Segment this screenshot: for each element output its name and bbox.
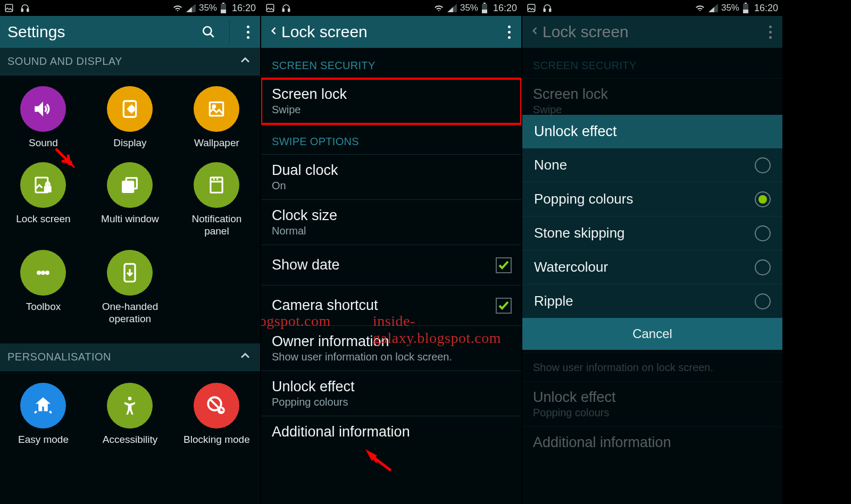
item-title: Additional information xyxy=(272,424,511,440)
wifi-icon xyxy=(433,4,444,12)
cell-notification-panel[interactable]: Notification panel xyxy=(173,162,260,238)
item-camera-shortcut[interactable]: Camera shortcut xyxy=(261,285,521,326)
svg-rect-36 xyxy=(743,10,748,13)
svg-rect-5 xyxy=(221,10,226,13)
radio-icon xyxy=(755,259,771,275)
cell-label: Lock screen xyxy=(16,213,70,225)
picture-icon xyxy=(4,3,14,13)
option-stone-skipping[interactable]: Stone skipping xyxy=(522,216,782,250)
settings-grid-2: Easy mode Accessibility Blocking mode xyxy=(0,371,260,464)
item-subtitle: Normal xyxy=(272,225,511,237)
back-button[interactable]: Lock screen xyxy=(269,23,368,41)
option-label: Ripple xyxy=(534,293,573,309)
radio-icon xyxy=(755,157,771,173)
cell-display[interactable]: Display xyxy=(87,86,173,149)
cell-label: Toolbox xyxy=(26,301,61,313)
search-icon[interactable] xyxy=(202,25,215,39)
battery-icon xyxy=(481,3,488,13)
svg-point-6 xyxy=(203,27,211,35)
item-subtitle: Swipe xyxy=(533,104,772,116)
svg-rect-0 xyxy=(5,4,13,12)
signal-icon xyxy=(447,4,457,12)
item-owner-info: Show user information on lock screen. xyxy=(522,352,782,382)
dialog-unlock-effect: Unlock effect None Popping colours Stone… xyxy=(522,115,782,350)
clock-time: 16:20 xyxy=(754,3,778,14)
wifi-icon xyxy=(695,4,705,12)
chevron-up-icon xyxy=(238,348,253,366)
option-popping-colours[interactable]: Popping colours xyxy=(522,182,782,216)
blockingmode-icon xyxy=(194,383,239,429)
cancel-button[interactable]: Cancel xyxy=(522,318,782,350)
divider xyxy=(229,20,230,44)
item-title: Camera shortcut xyxy=(272,297,511,314)
section-personalisation[interactable]: PERSONALISATION xyxy=(0,343,260,371)
headphones-icon xyxy=(281,3,291,13)
section-label: SOUND AND DISPLAY xyxy=(7,55,122,68)
item-additional-info[interactable]: Additional information xyxy=(261,416,521,444)
arrow-annotation-icon xyxy=(364,448,396,475)
svg-rect-2 xyxy=(27,9,29,12)
status-bar: 35% 16:20 xyxy=(0,0,260,16)
svg-marker-30 xyxy=(365,449,377,461)
item-owner-info[interactable]: Owner information Show user information … xyxy=(261,326,521,371)
option-label: Stone skipping xyxy=(534,225,625,241)
item-show-date[interactable]: Show date xyxy=(261,245,521,285)
item-title: Screen lock xyxy=(272,86,511,103)
item-subtitle: Popping colours xyxy=(533,407,772,419)
category-screen-security: SCREEN SECURITY xyxy=(522,48,782,79)
cell-wallpaper[interactable]: Wallpaper xyxy=(173,86,260,149)
cell-lockscreen[interactable]: Lock screen xyxy=(0,162,87,238)
battery-pct: 35% xyxy=(721,3,739,13)
cell-onehanded[interactable]: One-handed operation xyxy=(87,250,173,325)
battery-icon xyxy=(220,3,227,13)
option-ripple[interactable]: Ripple xyxy=(522,284,782,318)
overflow-menu-icon[interactable] xyxy=(244,26,253,39)
signal-icon xyxy=(708,4,718,12)
item-unlock-effect[interactable]: Unlock effect Popping colours xyxy=(261,371,521,416)
option-watercolour[interactable]: Watercolour xyxy=(522,250,782,284)
status-bar: 35% 16:20 xyxy=(261,0,521,16)
svg-rect-26 xyxy=(483,3,486,4)
easymode-icon xyxy=(20,383,66,429)
item-subtitle: Popping colours xyxy=(272,396,511,408)
cell-label: Notification panel xyxy=(179,213,254,238)
cell-label: Accessibility xyxy=(103,434,157,446)
category-swipe-options: SWIPE OPTIONS xyxy=(261,124,521,155)
item-subtitle: On xyxy=(272,180,511,192)
battery-pct: 35% xyxy=(460,3,478,13)
option-label: Watercolour xyxy=(534,259,608,275)
radio-icon xyxy=(755,225,771,241)
cell-label: Multi window xyxy=(101,213,159,225)
cell-label: Sound xyxy=(29,137,58,149)
svg-rect-12 xyxy=(44,186,52,192)
svg-rect-34 xyxy=(745,3,747,4)
svg-rect-1 xyxy=(21,9,23,12)
cell-accessibility[interactable]: Accessibility xyxy=(87,383,173,446)
item-title: Additional information xyxy=(533,434,772,451)
page-title: Lock screen xyxy=(543,23,629,41)
option-none[interactable]: None xyxy=(522,148,782,182)
cell-easymode[interactable]: Easy mode xyxy=(0,383,87,446)
cell-multiwindow[interactable]: Multi window xyxy=(87,162,173,238)
panel-lockscreen: 35% 16:20 Lock screen SCREEN SECURITY Sc… xyxy=(261,0,521,504)
chevron-up-icon xyxy=(238,53,253,70)
item-dual-clock[interactable]: Dual clock On xyxy=(261,155,521,200)
svg-rect-24 xyxy=(282,9,284,12)
item-title: Owner information xyxy=(272,333,511,350)
cell-sound[interactable]: Sound xyxy=(0,86,87,149)
svg-rect-3 xyxy=(222,3,224,4)
section-sound-display[interactable]: SOUND AND DISPLAY xyxy=(0,48,260,75)
status-bar: 35% 16:20 xyxy=(522,0,782,16)
overflow-menu-icon[interactable] xyxy=(505,26,514,39)
checkbox-checked-icon[interactable] xyxy=(496,298,512,314)
item-screen-lock[interactable]: Screen lock Swipe xyxy=(261,79,521,124)
svg-point-8 xyxy=(129,106,135,112)
cell-toolbox[interactable]: Toolbox xyxy=(0,250,87,325)
display-icon xyxy=(107,86,153,132)
cell-blockingmode[interactable]: Blocking mode xyxy=(173,383,260,446)
item-title: Unlock effect xyxy=(533,389,772,406)
item-clock-size[interactable]: Clock size Normal xyxy=(261,200,521,245)
cell-label: One-handed operation xyxy=(93,301,167,325)
checkbox-checked-icon[interactable] xyxy=(496,257,512,273)
item-unlock-effect: Unlock effect Popping colours xyxy=(522,382,782,427)
